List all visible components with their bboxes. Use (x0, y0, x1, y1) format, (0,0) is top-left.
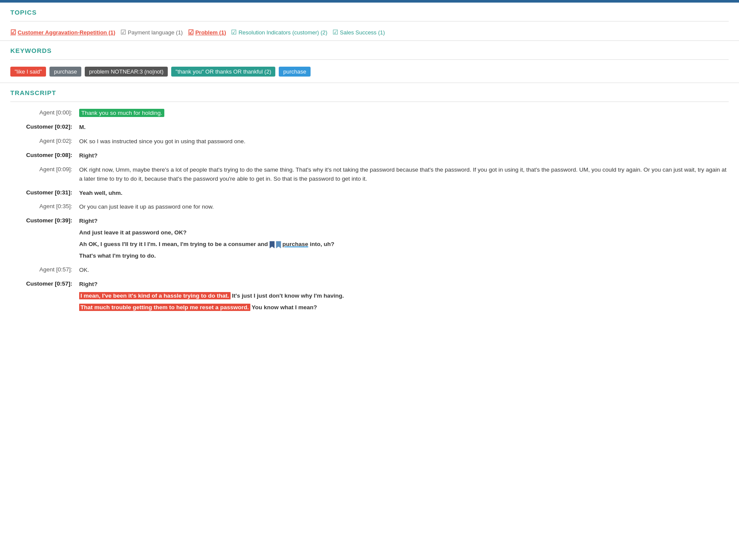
transcript-section: TRANSCRIPT Agent [0:00]: Thank you so mu… (0, 83, 739, 330)
multi-line-block: Right? I mean, I've been it's kind of a … (79, 280, 729, 312)
transcript-line-1: Agent [0:00]: Thank you so much for hold… (10, 109, 729, 118)
aggravation-highlight-1: I mean, I've been it's kind of a hassle … (79, 292, 231, 299)
multi-line-block: Right? And just leave it at password one… (79, 217, 729, 261)
transcript-text: OK so I was instructed since you got in … (79, 137, 729, 146)
check-icon: ☑ (120, 28, 126, 36)
transcript-line-7: Agent [0:35]: Or you can just leave it u… (10, 203, 729, 212)
transcript-text: OK. (79, 266, 729, 275)
transcript-sub-line: That much trouble getting them to help m… (79, 303, 729, 312)
topic-problem[interactable]: ☑ Problem (1) (188, 28, 226, 36)
speaker-label: Customer [0:31]: (10, 189, 79, 196)
keywords-title: KEYWORDS (10, 47, 729, 54)
topic-sales-success[interactable]: ☑ Sales Success (1) (333, 28, 385, 36)
transcript-sub-line: That's what I'm trying to do. (79, 252, 729, 261)
keyword-purchase-1[interactable]: purchase (49, 67, 81, 77)
transcript-line-5: Agent [0:09]: OK right now, Umm, maybe t… (10, 166, 729, 184)
topic-label: Problem (1) (195, 29, 226, 36)
transcript-line-6: Customer [0:31]: Yeah well, uhm. (10, 189, 729, 198)
transcript-text: OK right now, Umm, maybe there's a lot o… (79, 166, 729, 184)
transcript-line-10: Customer [0:57]: Right? I mean, I've bee… (10, 280, 729, 312)
keywords-section: KEYWORDS "like I said" purchase problem … (0, 41, 739, 83)
transcript-text: Right? (79, 151, 729, 160)
keywords-list: "like I said" purchase problem NOTNEAR:3… (10, 67, 729, 77)
speaker-label: Customer [0:57]: (10, 280, 79, 287)
topic-customer-aggravation[interactable]: ☑ Customer Aggravation-Repetition (1) (10, 28, 115, 36)
transcript-divider (10, 102, 729, 102)
topic-label: Payment language (1) (128, 29, 183, 36)
keyword-like-i-said[interactable]: "like I said" (10, 67, 46, 77)
topic-label: Sales Success (1) (340, 29, 385, 36)
transcript-text: M. (79, 123, 729, 132)
transcript-sub-line: And just leave it at password one, OK? (79, 228, 729, 237)
highlight-green: Thank you so much for holding. (79, 109, 164, 117)
transcript-sub-line: I mean, I've been it's kind of a hassle … (79, 292, 729, 301)
aggravation-highlight-2: That much trouble getting them to help m… (79, 304, 250, 311)
keyword-purchase-2[interactable]: purchase (279, 67, 310, 77)
check-icon: ☑ (10, 28, 16, 36)
topics-title: TOPICS (10, 9, 729, 16)
transcript-text: Thank you so much for holding. (79, 109, 729, 118)
transcript-line-9: Agent [0:57]: OK. (10, 266, 729, 275)
speaker-label: Agent [0:35]: (10, 203, 79, 209)
topic-label: Resolution Indicators (customer) (2) (238, 29, 327, 36)
check-icon: ☑ (188, 28, 194, 36)
transcript-text: Or you can just leave it up as password … (79, 203, 729, 212)
keyword-thank-you[interactable]: "thank you" OR thanks OR thankful (2) (171, 67, 275, 77)
transcript-line-8: Customer [0:39]: Right? And just leave i… (10, 217, 729, 261)
topics-section: TOPICS ☑ Customer Aggravation-Repetition… (0, 3, 739, 40)
speaker-label: Agent [0:00]: (10, 109, 79, 116)
topic-payment-language[interactable]: ☑ Payment language (1) (120, 28, 183, 36)
check-icon: ☑ (231, 28, 237, 36)
speaker-label: Agent [0:57]: (10, 266, 79, 273)
transcript-text: Right? I mean, I've been it's kind of a … (79, 280, 729, 312)
transcript-title: TRANSCRIPT (10, 89, 729, 96)
bookmark-icon-1 (269, 241, 275, 249)
keyword-problem-notnear[interactable]: problem NOTNEAR:3 (no|not) (85, 67, 168, 77)
transcript-sub-line: Right? (79, 280, 729, 289)
speaker-label: Agent [0:02]: (10, 137, 79, 144)
transcript-line-4: Customer [0:08]: Right? (10, 151, 729, 160)
speaker-label: Customer [0:08]: (10, 151, 79, 158)
transcript-line-2: Customer [0:02]: M. (10, 123, 729, 132)
topic-resolution-indicators[interactable]: ☑ Resolution Indicators (customer) (2) (231, 28, 327, 36)
topics-list: ☑ Customer Aggravation-Repetition (1) ☑ … (10, 28, 729, 36)
purchase-keyword-highlight: purchase (282, 241, 308, 247)
check-icon: ☑ (333, 28, 338, 36)
transcript-text: Yeah well, uhm. (79, 189, 729, 198)
speaker-label: Customer [0:02]: (10, 123, 79, 130)
keywords-divider (10, 59, 729, 60)
topic-label: Customer Aggravation-Repetition (1) (18, 29, 115, 36)
transcript-text: Right? And just leave it at password one… (79, 217, 729, 261)
transcript-sub-line: Right? (79, 217, 729, 226)
speaker-label: Customer [0:39]: (10, 217, 79, 224)
transcript-sub-line: Ah OK, I guess I'll try it I I'm. I mean… (79, 240, 729, 249)
bookmark-icons (269, 241, 281, 249)
topics-divider (10, 21, 729, 22)
transcript-line-3: Agent [0:02]: OK so I was instructed sin… (10, 137, 729, 146)
speaker-label: Agent [0:09]: (10, 166, 79, 172)
bookmark-icon-2 (276, 241, 281, 249)
